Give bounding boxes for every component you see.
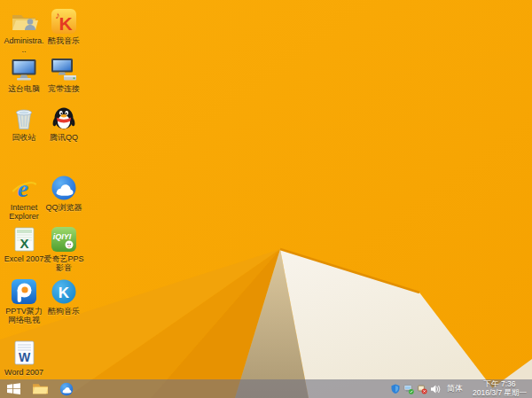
desktop-icon-kuwo-music[interactable]: K♪酷我音乐: [43, 7, 84, 45]
svg-text:K: K: [59, 13, 72, 34]
clock-date: 2016/3/7 星期一: [473, 389, 527, 398]
pptv-icon: [10, 277, 38, 306]
this-pc-icon: [10, 55, 38, 83]
desktop-icon-label: 酷我音乐: [43, 36, 84, 45]
desktop-icon-label: 腾讯QQ: [43, 133, 84, 142]
network-ok-icon[interactable]: [403, 384, 414, 394]
svg-text:W: W: [19, 350, 31, 364]
desktop-icon-label: 宽带连接: [43, 84, 84, 93]
desktop-icon-tencent-qq[interactable]: 腾讯QQ: [43, 104, 84, 142]
desktop-icon-broadband[interactable]: 宽带连接: [43, 55, 84, 93]
system-tray: 简体 下午 7:36 2016/3/7 星期一: [390, 379, 530, 398]
desktop-icon-kugou-music[interactable]: K酷狗音乐: [43, 277, 84, 316]
device-error-icon[interactable]: [417, 384, 427, 394]
desktop-icon-admin-folder[interactable]: Administra...: [4, 7, 44, 54]
desktop-icon-label: Word 2007: [4, 368, 44, 377]
admin-folder-icon: [10, 7, 38, 35]
desktop-icon-qq-browser[interactable]: QQ浏览器: [43, 174, 84, 212]
desktop-icon-label: QQ浏览器: [43, 203, 84, 212]
taskbar-pinned-area: [0, 379, 80, 398]
volume-icon[interactable]: [430, 384, 441, 394]
recycle-bin-icon: [10, 104, 38, 132]
desktop-icon-label: PPTV聚力网络电视: [4, 307, 44, 324]
desktop-icon-word-2007[interactable]: WWord 2007: [4, 339, 44, 377]
qq-browser-task-icon: [59, 382, 74, 396]
file-explorer-icon: [32, 382, 49, 395]
input-method-indicator[interactable]: 简体: [444, 379, 466, 398]
desktop-icon-label: 回收站: [4, 133, 44, 142]
desktop-icon-label: 这台电脑: [4, 84, 44, 93]
desktop-icon-label: 爱奇艺PPS影音: [43, 254, 84, 272]
excel-2007-icon: X: [10, 225, 38, 254]
desktop-icon-label: Internet Explorer: [4, 203, 44, 221]
desktop-icon-excel-2007[interactable]: XExcel 2007: [4, 225, 44, 263]
tray-icon-area: [390, 384, 441, 394]
desktop-icon-pptv[interactable]: PPTV聚力网络电视: [4, 277, 44, 324]
word-2007-icon: W: [10, 339, 38, 367]
qq-browser-button[interactable]: [53, 379, 80, 398]
desktop-icon-recycle-bin[interactable]: 回收站: [4, 104, 44, 142]
desktop-icon-iqiyi-pps[interactable]: iQIYI爱奇艺PPS影音: [43, 225, 84, 272]
desktop-icon-label: Excel 2007: [4, 254, 44, 263]
desktop-icon-area: Administra...K♪酷我音乐这台电脑宽带连接回收站腾讯QQeInter…: [0, 0, 532, 398]
kugou-music-icon: K: [50, 277, 78, 306]
broadband-icon: [50, 55, 78, 83]
start-icon: [6, 382, 21, 395]
iqiyi-pps-icon: iQIYI: [50, 225, 78, 254]
svg-text:iQIYI: iQIYI: [53, 232, 72, 241]
tencent-qq-icon: [50, 104, 78, 132]
start-button[interactable]: [0, 379, 27, 398]
svg-text:♪: ♪: [55, 10, 60, 20]
kuwo-music-icon: K♪: [50, 7, 78, 35]
security-shield-icon[interactable]: [390, 384, 401, 394]
taskbar-clock[interactable]: 下午 7:36 2016/3/7 星期一: [469, 380, 530, 397]
svg-text:K: K: [59, 285, 70, 301]
desktop-icon-this-pc[interactable]: 这台电脑: [4, 55, 44, 93]
desktop-icon-internet-explorer[interactable]: eInternet Explorer: [4, 174, 44, 221]
qq-browser-icon: [50, 174, 78, 202]
file-explorer-button[interactable]: [27, 379, 53, 398]
svg-text:e: e: [18, 175, 28, 202]
svg-text:X: X: [20, 236, 28, 251]
internet-explorer-icon: e: [10, 174, 38, 202]
taskbar: 简体 下午 7:36 2016/3/7 星期一: [0, 379, 532, 398]
desktop-icon-label: 酷狗音乐: [43, 307, 84, 316]
desktop-icon-label: Administra...: [4, 36, 44, 54]
